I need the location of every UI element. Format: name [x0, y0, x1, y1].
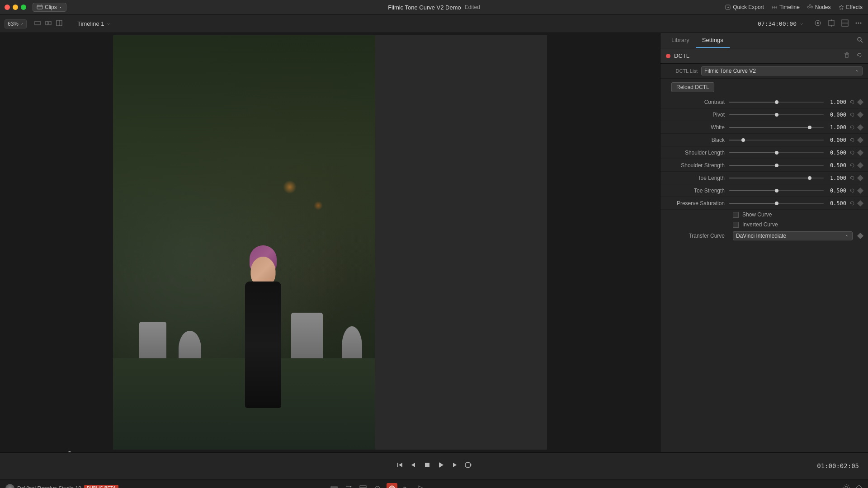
param-keyframe-diamond[interactable]: [857, 200, 863, 206]
param-keyframe-diamond[interactable]: [857, 174, 863, 181]
param-slider[interactable]: [729, 203, 824, 204]
search-icon[interactable]: [856, 36, 863, 45]
system-bar: DaVinci Resolve Studio 19 PUBLIC BETA: [0, 479, 868, 488]
param-reset-button[interactable]: [848, 199, 856, 207]
reload-dctl-button[interactable]: Reload DCTL: [671, 82, 714, 92]
param-slider[interactable]: [729, 140, 824, 141]
param-reset-button[interactable]: [848, 161, 856, 169]
param-reset-button[interactable]: [848, 136, 856, 144]
param-slider[interactable]: [729, 102, 824, 103]
quick-export-icon: [725, 4, 731, 10]
step-back-button[interactable]: [410, 461, 418, 471]
step-forward-button[interactable]: [450, 461, 458, 471]
system-home-icon[interactable]: [855, 484, 863, 488]
param-slider-handle[interactable]: [775, 151, 778, 155]
param-slider-handle[interactable]: [775, 189, 778, 192]
dctl-list-select[interactable]: Filmic Tone Curve V2: [701, 66, 863, 75]
workspace-color[interactable]: [387, 483, 397, 488]
app-name-label: DaVinci Resolve Studio 19: [17, 485, 81, 488]
transform-icon[interactable]: [826, 18, 836, 29]
dctl-title: DCTL: [674, 52, 840, 59]
param-slider[interactable]: [729, 127, 824, 128]
param-reset-button[interactable]: [848, 111, 856, 119]
param-reset-button[interactable]: [848, 187, 856, 195]
dctl-header: DCTL: [660, 48, 868, 64]
stop-button[interactable]: [423, 461, 431, 471]
param-slider-handle[interactable]: [775, 164, 778, 167]
tab-settings[interactable]: Settings: [696, 33, 730, 48]
view-mode-btn-2[interactable]: [44, 19, 53, 29]
param-keyframe-diamond[interactable]: [857, 99, 863, 105]
tab-library[interactable]: Library: [665, 33, 696, 48]
go-to-start-button[interactable]: [396, 461, 404, 471]
workspace-cut[interactable]: [343, 483, 354, 488]
inverted-curve-checkbox[interactable]: [733, 222, 739, 228]
svg-point-11: [809, 5, 811, 6]
effects-button[interactable]: Effects: [838, 4, 863, 10]
workspace-deliver[interactable]: [415, 483, 426, 488]
param-keyframe-diamond[interactable]: [857, 136, 863, 143]
timeline-selector[interactable]: Timeline 1: [77, 20, 110, 27]
param-slider-handle[interactable]: [808, 176, 811, 180]
svg-rect-40: [331, 486, 337, 488]
transfer-curve-select[interactable]: DaVinci Intermediate: [733, 231, 853, 240]
param-row: Shoulder Strength 0.500: [660, 159, 868, 172]
param-slider[interactable]: [729, 165, 824, 166]
workspace-fairlight[interactable]: [401, 483, 412, 488]
nodes-button[interactable]: Nodes: [807, 4, 831, 10]
minimize-button[interactable]: [13, 5, 18, 10]
param-keyframe-diamond[interactable]: [857, 162, 863, 168]
param-slider-container: [729, 102, 824, 103]
close-button[interactable]: [5, 5, 10, 10]
transfer-curve-row: Transfer Curve DaVinci Intermediate: [660, 230, 868, 242]
workspace-edit[interactable]: [358, 483, 368, 488]
dctl-reset-icon[interactable]: [856, 52, 863, 60]
layout-icon[interactable]: [840, 18, 850, 29]
quick-export-button[interactable]: Quick Export: [725, 4, 764, 10]
param-value: 1.000: [824, 99, 846, 105]
param-slider-container: [729, 178, 824, 178]
transfer-curve-chevron-icon: [845, 234, 849, 238]
dctl-trash-icon[interactable]: [844, 52, 850, 60]
color-picker-icon[interactable]: [813, 18, 823, 29]
svg-marker-33: [399, 463, 402, 467]
param-reset-button[interactable]: [848, 123, 856, 131]
dctl-status-dot: [666, 54, 670, 58]
zoom-control[interactable]: 63%: [5, 19, 27, 28]
play-button[interactable]: [437, 461, 445, 471]
fullscreen-button[interactable]: [21, 5, 26, 10]
loop-button[interactable]: [464, 461, 472, 471]
svg-point-10: [811, 6, 813, 8]
more-options-icon[interactable]: [854, 18, 863, 29]
transfer-curve-keyframe[interactable]: [858, 234, 863, 238]
workspace-media[interactable]: [329, 483, 340, 488]
param-reset-button[interactable]: [848, 149, 856, 157]
param-keyframe-diamond[interactable]: [857, 124, 863, 130]
timeline-button[interactable]: Timeline: [771, 4, 800, 10]
param-slider[interactable]: [729, 152, 824, 153]
param-slider-handle[interactable]: [808, 126, 811, 129]
param-label: Toe Length: [666, 175, 729, 181]
show-curve-checkbox[interactable]: [733, 212, 739, 218]
param-keyframe-diamond[interactable]: [857, 149, 863, 155]
view-mode-btn-3[interactable]: [55, 19, 64, 29]
workspace-fusion[interactable]: [372, 483, 383, 488]
clips-button[interactable]: Clips: [33, 3, 66, 12]
right-panel: Library Settings DCTL: [660, 33, 868, 452]
svg-rect-0: [37, 5, 42, 9]
param-keyframe-diamond[interactable]: [857, 111, 863, 117]
system-settings-icon[interactable]: [843, 484, 850, 488]
view-mode-btn-1[interactable]: [33, 19, 42, 29]
param-slider-handle[interactable]: [741, 138, 745, 142]
param-slider-handle[interactable]: [775, 100, 778, 104]
param-label: Contrast: [666, 99, 729, 105]
param-slider-fill: [729, 114, 777, 115]
param-slider[interactable]: [729, 190, 824, 191]
param-reset-button[interactable]: [848, 98, 856, 106]
param-slider-handle[interactable]: [775, 202, 778, 205]
param-keyframe-diamond[interactable]: [857, 187, 863, 193]
param-reset-button[interactable]: [848, 174, 856, 182]
param-slider-handle[interactable]: [775, 113, 778, 117]
param-slider[interactable]: [729, 114, 824, 115]
param-slider[interactable]: [729, 178, 824, 178]
